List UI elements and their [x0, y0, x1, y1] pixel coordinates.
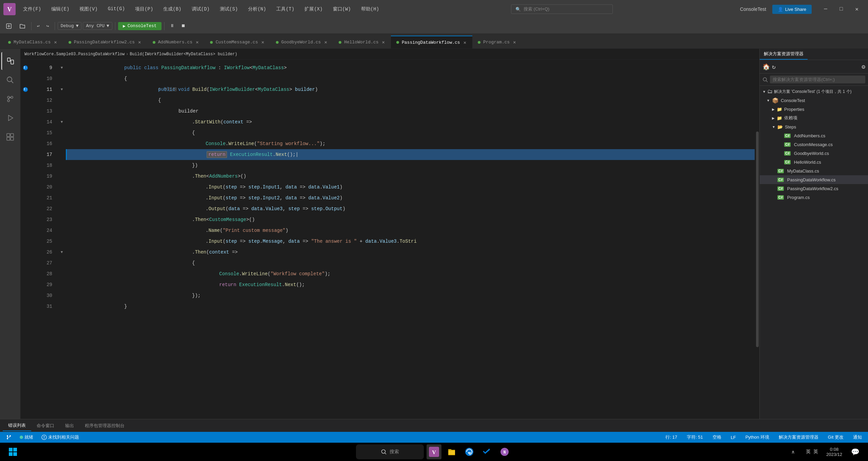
taskbar-edge[interactable] — [462, 444, 477, 459]
menu-tools[interactable]: 工具(T) — [271, 5, 299, 14]
search-button[interactable] — [1, 71, 19, 89]
menu-edit[interactable]: 编辑(E) — [46, 5, 74, 14]
git-branch-status[interactable] — [4, 434, 14, 441]
tab-passingdataworkflow[interactable]: PassingDataWorkflow.cs ✕ — [391, 36, 472, 48]
fold-14[interactable]: ▼ — [58, 117, 66, 127]
fold-26[interactable]: ▼ — [58, 247, 66, 258]
maximize-button[interactable]: □ — [833, 0, 849, 18]
taskbar-notification[interactable]: 💬 — [848, 444, 863, 459]
menu-project[interactable]: 项目(P) — [130, 5, 158, 14]
se-properties[interactable]: ▶ 📁 Properties — [760, 105, 868, 114]
tab-custommessage[interactable]: CustomMessage.cs ✕ — [205, 36, 270, 48]
se-passingdataworkflow[interactable]: C# PassingDataWorkflow.cs — [760, 175, 868, 184]
close-tab-mydataclass[interactable]: ✕ — [53, 39, 57, 46]
menu-test[interactable]: 测试(S) — [215, 5, 243, 14]
debug-mode-dropdown[interactable]: Debug ▼ — [58, 22, 82, 30]
close-tab-custommessage[interactable]: ✕ — [261, 39, 265, 46]
tab-helloworld[interactable]: HelloWorld.cs ✕ — [333, 36, 391, 48]
minimize-button[interactable]: ─ — [818, 0, 833, 18]
taskbar-start-button[interactable] — [5, 444, 20, 459]
undo-button[interactable]: ↩ — [34, 22, 42, 30]
extensions-button[interactable] — [1, 128, 19, 146]
se-program[interactable]: C# Program.cs — [760, 193, 868, 202]
menu-build[interactable]: 生成(B) — [158, 5, 186, 14]
open-button[interactable] — [16, 21, 29, 31]
bottom-tab-packages[interactable]: 程序包管理器控制台 — [79, 421, 130, 431]
menu-analyze[interactable]: 分析(N) — [243, 5, 271, 14]
close-tab-addnumbers[interactable]: ✕ — [195, 39, 199, 46]
char-status[interactable]: 字符: 51 — [685, 434, 705, 441]
taskbar-up-arrow[interactable]: ∧ — [786, 444, 800, 459]
new-project-button[interactable] — [3, 21, 15, 31]
git-changes-status[interactable]: Git 更改 — [826, 434, 846, 441]
live-share-button[interactable]: 👤 Live Share — [772, 5, 812, 14]
taskbar-vs-icon[interactable]: V — [427, 444, 441, 459]
se-refresh-button[interactable]: ↻ — [772, 63, 776, 71]
vertical-scrollbar[interactable] — [755, 60, 759, 419]
ready-status[interactable]: 就绪 — [18, 434, 35, 441]
solution-mgr-status[interactable]: 解决方案资源管理器 — [777, 434, 820, 441]
debug-tools-button[interactable]: ⏸ — [167, 22, 177, 30]
taskbar-file-explorer[interactable] — [444, 444, 459, 459]
python-env-status[interactable]: Python 环境 — [743, 434, 771, 441]
error-status[interactable]: 未找到相关问题 — [39, 434, 81, 441]
explorer-button[interactable] — [1, 52, 19, 70]
menu-debug[interactable]: 调试(D) — [187, 5, 214, 14]
notifications-status[interactable]: 通知 — [851, 434, 864, 441]
debug-view-button[interactable] — [1, 109, 19, 127]
row-col-status[interactable]: 行: 17 — [663, 434, 679, 441]
scroll-thumb[interactable] — [756, 132, 759, 347]
menu-git[interactable]: Git(G) — [103, 5, 130, 14]
se-addnumbers[interactable]: C# AddNumbers.cs — [760, 131, 868, 140]
run-button[interactable]: ▶ ConsoleTest — [118, 22, 162, 30]
menu-view[interactable]: 视图(V) — [75, 5, 102, 14]
fold-11[interactable]: ▼ — [58, 84, 66, 95]
se-helloworld[interactable]: C# HelloWorld.cs — [760, 158, 868, 166]
tab-goodbyeworld[interactable]: GoodbyeWorld.cs ✕ — [270, 36, 333, 48]
breadcrumb-namespace[interactable]: WorkflowCore.Sample03.PassingDataWorkflo… — [24, 52, 125, 57]
close-tab-hello[interactable]: ✕ — [381, 39, 385, 46]
title-search-box[interactable]: 🔍 搜索 (Ctrl+Q) — [511, 4, 613, 14]
close-tab-program[interactable]: ✕ — [512, 39, 516, 46]
se-dependencies[interactable]: ▶ 📁 依赖项 — [760, 114, 868, 122]
clock-display[interactable]: 0:08 2023/12 — [824, 444, 845, 459]
se-mydataclass[interactable]: C# MyDataClass.cs — [760, 166, 868, 175]
menu-extensions[interactable]: 扩展(X) — [300, 5, 327, 14]
bottom-tab-output[interactable]: 输出 — [60, 421, 79, 431]
menu-help[interactable]: 帮助(H) — [356, 5, 384, 14]
menu-window[interactable]: 窗口(W) — [328, 5, 356, 14]
taskbar-search[interactable]: 搜索 — [356, 444, 424, 459]
fold-9[interactable]: ▼ — [58, 62, 66, 73]
platform-dropdown[interactable]: Any CPU ▼ — [83, 22, 112, 30]
se-passingdataworkflow2[interactable]: C# PassingDataWorkflow2.cs — [760, 184, 868, 193]
se-steps-folder[interactable]: ▼ 📂 Steps — [760, 122, 868, 131]
taskbar-vscode[interactable] — [479, 444, 494, 459]
tab-addnumbers[interactable]: AddNumbers.cs ✕ — [147, 36, 205, 48]
git-button[interactable] — [1, 90, 19, 108]
tab-program[interactable]: Program.cs ✕ — [472, 36, 522, 48]
menu-file[interactable]: 文件(F) — [18, 5, 46, 14]
close-tab-goodbye[interactable]: ✕ — [324, 39, 328, 46]
close-tab-pdw[interactable]: ✕ — [463, 39, 467, 46]
taskbar-lang-indicator[interactable]: 英 英 — [803, 447, 821, 456]
se-project[interactable]: ▼ 📦 ConsoleTest — [760, 96, 868, 105]
se-custommessage[interactable]: C# CustomMessage.cs — [760, 140, 868, 149]
bottom-tab-command[interactable]: 命令窗口 — [31, 421, 60, 431]
se-settings-button[interactable]: ⚙ — [862, 63, 865, 71]
encoding-status[interactable]: LF — [729, 434, 738, 441]
se-home-button[interactable]: 🏠 — [762, 63, 770, 71]
redo-button[interactable]: ↪ — [44, 22, 52, 30]
taskbar-purple-app[interactable]: N — [497, 444, 512, 459]
code-content[interactable]: public class PassingDataWorkflow : IWork… — [66, 60, 755, 419]
indent-status[interactable]: 空格 — [711, 434, 723, 441]
tab-mydataclass[interactable]: MyDataClass.cs ✕ — [3, 36, 63, 48]
code-editor[interactable]: I↑ I↑ — [20, 60, 759, 419]
solution-explorer-tab[interactable]: 解决方案资源管理器 — [760, 49, 808, 60]
stop-button[interactable]: ⏹ — [178, 22, 188, 30]
se-goodbyeworld[interactable]: C# GoodbyeWorld.cs — [760, 149, 868, 158]
se-solution-root[interactable]: ▼ 🗂 解决方案 'ConsoleTest' (1 个项目，共 1 个) — [760, 87, 868, 96]
breadcrumb-method[interactable]: Build(IWorkflowBuilder<MyDataClass> buil… — [130, 52, 237, 57]
close-button[interactable]: ✕ — [849, 0, 865, 18]
close-tab-pdw2[interactable]: ✕ — [137, 39, 141, 46]
solution-search-input[interactable] — [770, 76, 865, 83]
